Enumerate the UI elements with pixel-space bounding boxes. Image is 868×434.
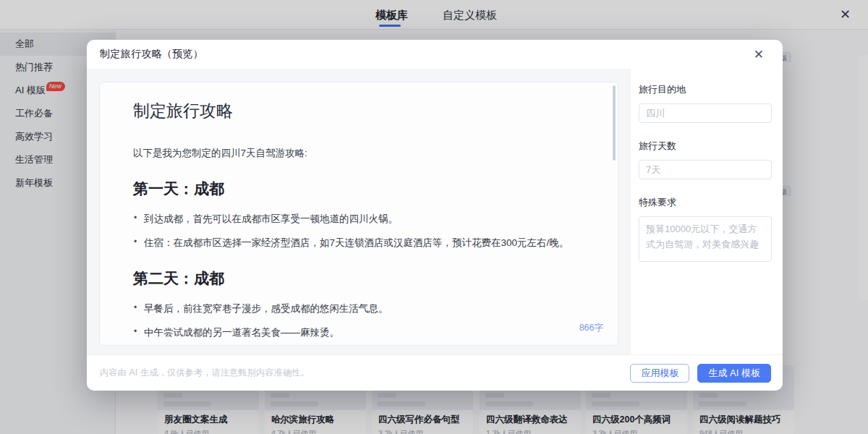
generate-ai-template-button[interactable]: 生成 AI 模板: [697, 364, 771, 383]
preview-document[interactable]: 制定旅行攻略 以下是我为您制定的四川7天自驾游攻略: 第一天：成都 到达成都，首…: [99, 82, 618, 346]
modal-title: 制定旅行攻略（预览）: [100, 48, 203, 61]
travel-guide-preview-modal: 制定旅行攻略（预览） ✕ 制定旅行攻略 以下是我为您制定的四川7天自驾游攻略: …: [87, 40, 783, 391]
document-title: 制定旅行攻略: [133, 100, 584, 122]
modal-close-icon[interactable]: ✕: [754, 48, 764, 61]
requirements-textarea[interactable]: 预算10000元以下，交通方式为自驾游，对美食感兴趣: [639, 216, 772, 262]
list-item: 住宿：在成都市区选择一家经济型酒店，如7天连锁酒店或汉庭酒店等，预计花费在300…: [133, 236, 584, 250]
destination-input[interactable]: 四川: [639, 103, 772, 123]
requirements-label: 特殊要求: [639, 196, 772, 209]
list-item: 到达成都，首先可以在成都市区享受一顿地道的四川火锅。: [133, 212, 584, 226]
days-label: 旅行天数: [639, 140, 772, 153]
list-item: 中午尝试成都的另一道著名美食——麻辣烫。: [133, 326, 584, 340]
days-field-group: 旅行天数 7天: [639, 140, 772, 179]
modal-footer: 内容由 AI 生成，仅供参考，请注意甄别内容准确性。 应用模板 生成 AI 模板: [87, 354, 783, 391]
form-panel: 旅行目的地 四川 旅行天数 7天 特殊要求 预算10000元以下，交通方式为自驾…: [631, 69, 783, 354]
scrollbar[interactable]: [613, 85, 616, 161]
modal-header: 制定旅行攻略（预览） ✕: [87, 40, 783, 69]
day1-list: 到达成都，首先可以在成都市区享受一顿地道的四川火锅。 住宿：在成都市区选择一家经…: [133, 212, 584, 250]
destination-field-group: 旅行目的地 四川: [639, 83, 772, 123]
word-count: 866字: [579, 322, 603, 334]
document-intro: 以下是我为您制定的四川7天自驾游攻略:: [133, 147, 584, 160]
apply-template-button[interactable]: 应用模板: [630, 364, 689, 383]
day1-heading: 第一天：成都: [133, 179, 584, 199]
days-input[interactable]: 7天: [639, 160, 772, 179]
ai-disclaimer: 内容由 AI 生成，仅供参考，请注意甄别内容准确性。: [100, 367, 310, 379]
day2-heading: 第二天：成都: [133, 268, 584, 289]
day2-list: 早餐后，前往宽窄巷子漫步，感受成都的悠闲生活气息。 中午尝试成都的另一道著名美食…: [133, 302, 584, 346]
requirements-field-group: 特殊要求 预算10000元以下，交通方式为自驾游，对美食感兴趣: [639, 196, 772, 262]
modal-body: 制定旅行攻略 以下是我为您制定的四川7天自驾游攻略: 第一天：成都 到达成都，首…: [87, 69, 783, 354]
list-item: 早餐后，前往宽窄巷子漫步，感受成都的悠闲生活气息。: [133, 302, 584, 316]
preview-column: 制定旅行攻略 以下是我为您制定的四川7天自驾游攻略: 第一天：成都 到达成都，首…: [87, 69, 631, 354]
document-content: 制定旅行攻略 以下是我为您制定的四川7天自驾游攻略: 第一天：成都 到达成都，首…: [100, 82, 618, 346]
destination-label: 旅行目的地: [639, 83, 772, 96]
